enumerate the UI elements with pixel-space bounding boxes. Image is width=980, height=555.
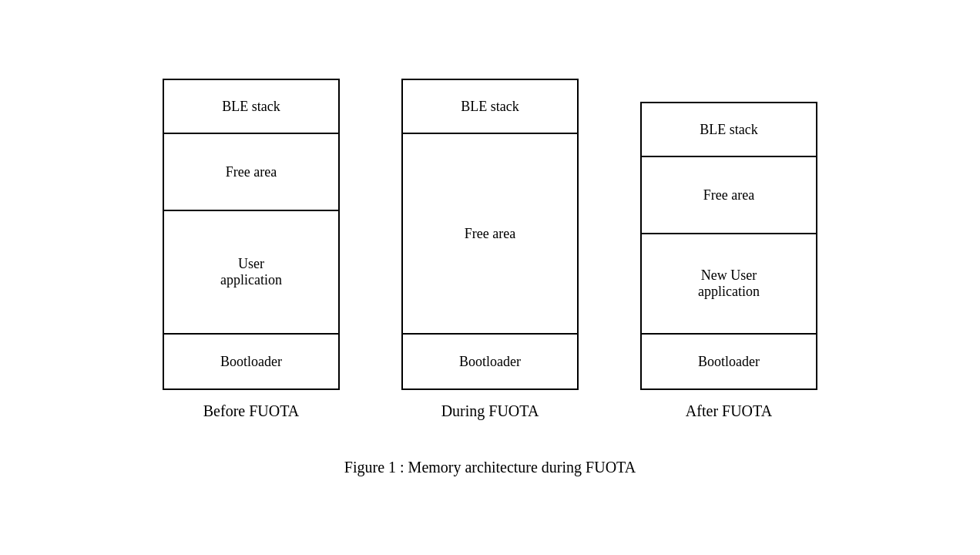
segment-bootloader-during: Bootloader (403, 335, 577, 388)
label-before: Before FUOTA (203, 402, 299, 420)
diagrams-row: BLE stack Free area User application Boo… (163, 79, 817, 420)
memory-box-before: BLE stack Free area User application Boo… (163, 79, 340, 390)
segment-ble-before: BLE stack (164, 80, 338, 134)
label-after: After FUOTA (686, 402, 772, 420)
segment-free-during: Free area (403, 134, 577, 335)
memory-box-after: BLE stack Free area New User application… (640, 102, 817, 390)
segment-user-before: User application (164, 211, 338, 335)
segment-free-after: Free area (642, 157, 816, 234)
segment-ble-during: BLE stack (403, 80, 577, 134)
page-container: BLE stack Free area User application Boo… (15, 79, 965, 476)
figure-caption: Figure 1 : Memory architecture during FU… (344, 459, 636, 476)
segment-new-user-after: New User application (642, 234, 816, 335)
segment-free-before: Free area (164, 134, 338, 211)
segment-bootloader-before: Bootloader (164, 335, 338, 388)
diagram-after: BLE stack Free area New User application… (640, 102, 817, 420)
diagram-before: BLE stack Free area User application Boo… (163, 79, 340, 420)
memory-box-during: BLE stack Free area Bootloader (401, 79, 579, 390)
segment-ble-after: BLE stack (642, 103, 816, 157)
segment-bootloader-after: Bootloader (642, 335, 816, 388)
label-during: During FUOTA (441, 402, 539, 420)
diagram-during: BLE stack Free area Bootloader During FU… (401, 79, 579, 420)
